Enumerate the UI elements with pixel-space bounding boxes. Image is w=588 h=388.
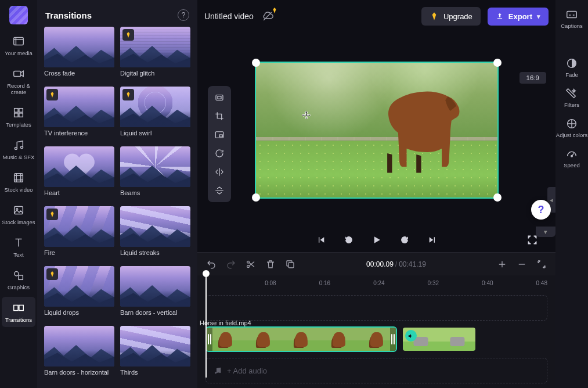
transition-tile[interactable]: Beams [120,146,190,202]
transition-tile[interactable]: Liquid streaks [120,206,190,261]
main-area: Untitled video Upgrade Export ▾ 16:9 [197,0,555,388]
volume-icon[interactable] [405,330,417,342]
rr-adjust-colors[interactable]: Adjust colors [556,117,587,138]
transition-tile[interactable]: Heart [44,146,114,202]
templates-icon [12,106,26,120]
transition-tile[interactable]: TV interference [44,87,114,142]
project-title[interactable]: Untitled video [204,12,254,21]
resize-handle-bl[interactable] [252,193,260,202]
svg-text:5: 5 [348,239,349,242]
rail-label: Templates [6,121,31,128]
audio-track[interactable]: + Add audio [205,358,547,383]
upgrade-button[interactable]: Upgrade [421,7,481,26]
tile-label: Barn doors - horizontal [44,369,114,376]
preview-image [256,63,497,197]
svg-point-11 [15,272,19,276]
transition-tile[interactable]: Barn doors - vertical [120,266,190,321]
resize-handle-br[interactable] [493,193,502,202]
rail-record-create[interactable]: Record & create [2,63,35,99]
transition-tile[interactable]: Thirds [120,326,190,381]
svg-rect-8 [15,174,23,182]
fit-tool[interactable] [211,89,228,106]
svg-point-7 [20,146,23,149]
flip-h-tool[interactable] [211,164,228,180]
undo-button[interactable] [205,258,217,270]
rail-graphics[interactable]: Graphics [2,264,35,294]
transition-tile[interactable]: Cross fade [44,27,114,82]
rail-label: Graphics [8,284,30,290]
transition-tile[interactable]: Barn doors - horizontal [44,326,114,381]
redo-button[interactable] [225,258,237,270]
clip-trim-left[interactable] [207,328,212,351]
play-button[interactable] [370,233,384,247]
app-logo[interactable] [9,6,28,24]
zoom-fit-button[interactable] [536,258,547,270]
next-frame-button[interactable] [425,233,439,247]
move-cursor-icon [301,110,312,121]
zoom-in-button[interactable] [496,258,508,270]
video-clip-2[interactable] [402,326,477,352]
forward-5-button[interactable]: 5 [398,233,412,247]
svg-rect-18 [219,135,222,137]
pip-tool[interactable] [211,127,228,143]
rr-filters[interactable]: Filters [564,87,579,108]
transition-tile[interactable]: Digital glitch [120,27,190,82]
resize-handle-tl[interactable] [252,59,260,67]
delete-button[interactable] [265,258,276,270]
resize-handle-tr[interactable] [493,59,502,67]
playhead[interactable] [205,273,207,378]
track-empty[interactable] [205,295,547,321]
transitions-grid[interactable]: Cross fadeDigital glitchTV interferenceL… [37,27,197,388]
video-track[interactable] [205,326,547,352]
zoom-out-button[interactable] [516,258,528,270]
svg-rect-5 [19,113,23,117]
rotate-tool[interactable] [211,145,228,161]
split-button[interactable] [245,258,257,270]
rail-stock-images[interactable]: Stock images [2,199,35,229]
export-button[interactable]: Export ▾ [488,8,549,26]
svg-rect-3 [19,109,23,112]
rr-captions[interactable]: Captions [561,8,583,29]
rail-templates[interactable]: Templates [2,102,35,132]
rail-label: Stock video [4,186,33,193]
video-clip-1[interactable] [205,326,397,352]
rail-transitions[interactable]: Transitions [2,297,35,327]
cloud-sync-icon[interactable] [261,9,275,23]
tile-label: TV interference [44,130,114,136]
tile-label: Fire [44,249,114,256]
help-icon[interactable]: ? [178,9,189,21]
rail-text[interactable]: Text [2,232,35,262]
svg-rect-14 [19,305,23,310]
clip-trim-right[interactable] [390,328,396,351]
duplicate-button[interactable] [284,258,296,270]
topbar: Untitled video Upgrade Export ▾ [197,0,555,33]
transition-tile[interactable]: Fire [44,206,114,261]
svg-rect-12 [19,275,23,279]
transition-tile[interactable]: Liquid swirl [120,87,190,142]
help-fab[interactable]: ? [531,200,551,220]
prev-frame-button[interactable] [314,233,328,247]
rail-stock-video[interactable]: Stock video [2,167,35,197]
add-audio-label: + Add audio [227,367,267,375]
rail-label: Music & SFX [3,154,35,160]
rewind-5-button[interactable]: 5 [342,233,356,247]
tracks-area[interactable]: Horse in field.mp4 + Add audio [197,290,555,388]
rr-speed[interactable]: Speed [564,148,579,168]
rail-music-sfx[interactable]: Music & SFX [2,134,35,164]
diamond-icon [271,6,278,16]
preview-canvas[interactable] [255,62,499,199]
music-icon [12,138,26,152]
svg-rect-9 [15,207,23,214]
svg-rect-1 [14,71,21,76]
flip-v-tool[interactable] [211,182,228,199]
transition-tile[interactable]: Liquid drops [44,266,114,321]
svg-point-24 [215,372,217,374]
rr-fade[interactable]: Fade [565,57,578,78]
crop-tool[interactable] [211,108,228,124]
upload-icon [496,12,504,20]
aspect-ratio-selector[interactable]: 16:9 [520,72,546,84]
expand-panel-tab[interactable]: ▾ [536,227,555,237]
pro-badge-icon [46,268,58,280]
rail-your-media[interactable]: Your media [2,30,35,60]
timeline-ruler[interactable]: 0:080:160:240:320:400:48 [197,275,555,290]
